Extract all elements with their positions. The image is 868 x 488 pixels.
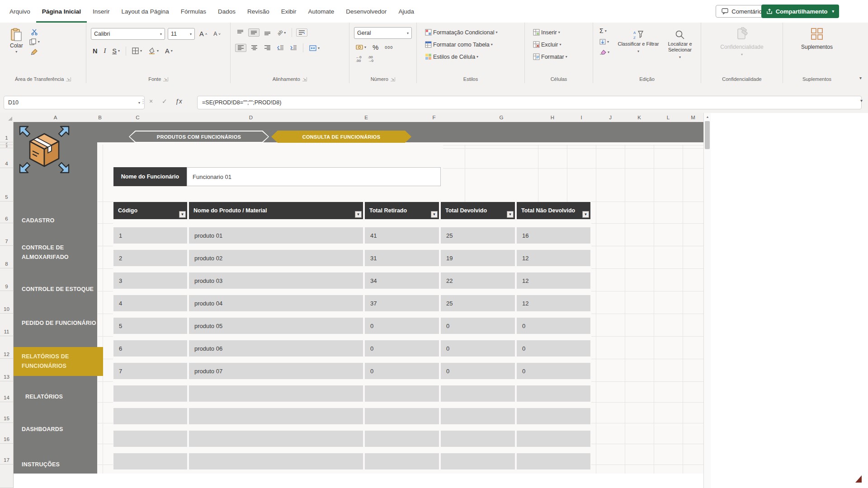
bold-button[interactable]: N [91,47,99,56]
filter-dropdown-icon[interactable]: ▼ [179,211,186,218]
copy-icon[interactable]: ▾ [29,38,40,45]
menu-tab-desenvolvedor[interactable]: Desenvolvedor [340,0,392,23]
paste-button[interactable]: Colar ▾ [6,27,27,55]
borders-icon[interactable]: ▾ [130,47,144,55]
ribbon-button-formatar-como-tabela[interactable]: Formatar como Tabela▾ [423,40,524,49]
row-header-6[interactable]: 6 [0,202,14,223]
table-cell[interactable]: produto 01 [189,227,363,244]
table-cell[interactable]: 25 [441,295,515,311]
font-name-select[interactable]: Calibri▾ [91,28,165,40]
ribbon-button-inserir[interactable]: Inserir▾ [531,28,593,37]
cancel-icon[interactable]: × [149,98,153,105]
table-cell[interactable]: 0 [365,363,439,379]
italic-button[interactable]: I [102,46,108,56]
menu-tab-dados[interactable]: Dados [212,0,241,23]
align-center-icon[interactable] [249,44,259,52]
menu-tab-exibir[interactable]: Exibir [275,0,302,23]
column-header-h[interactable]: H [538,113,567,122]
table-cell[interactable]: 0 [441,318,515,334]
menu-tab-formulas[interactable]: Fórmulas [175,0,212,23]
format-painter-icon[interactable] [29,48,40,55]
addins-button[interactable]: Suplementos [783,23,851,50]
column-header-a[interactable]: A [14,113,98,122]
sidebar-item-dashboards[interactable]: DASHBOARDS [14,423,97,435]
percent-icon[interactable]: % [371,42,380,52]
share-button[interactable]: Compartilhamento ▾ [761,5,839,18]
merge-center-icon[interactable]: ▾ [307,44,321,52]
row-header-8[interactable]: 8 [0,246,14,268]
column-header-g[interactable]: G [465,113,538,122]
align-right-icon[interactable] [262,44,273,52]
table-cell[interactable]: 0 [365,340,439,357]
font-size-select[interactable]: 11▾ [168,28,195,40]
table-cell[interactable]: 0 [517,340,590,357]
find-select-button[interactable]: Localizar e Selecionar ▾ [659,26,701,60]
currency-icon[interactable]: ▾ [354,43,368,51]
sidebar-item-cadastro[interactable]: CADASTRO [14,215,97,226]
sidebar-item-relatorios[interactable]: RELATÓRIOS [14,391,97,403]
row-header-11[interactable]: 11 [0,314,14,336]
ribbon-button-estilos-de-celula[interactable]: Estilos de Célula▾ [423,52,524,61]
filter-dropdown-icon[interactable]: ▼ [431,211,438,218]
menu-tab-ajuda[interactable]: Ajuda [392,0,420,23]
row-header-10[interactable]: 10 [0,291,14,314]
autosum-icon[interactable]: Σ▾ [598,26,618,35]
table-cell[interactable]: 1 [113,227,187,244]
menu-tab-arquivo[interactable]: Arquivo [4,0,36,23]
table-cell[interactable]: 5 [113,318,187,334]
sort-filter-button[interactable]: AZ Classificar e Filtrar ▾ [618,26,659,60]
name-box[interactable]: D10 ▾ [4,96,145,109]
formula-input[interactable]: =SE(PROD!D8="";"";PROD!D8) [197,96,862,109]
decrease-font-icon[interactable]: A˅ [212,30,222,38]
dialog-launcher-icon[interactable]: ↘ [391,77,396,81]
row-header-4[interactable]: 4 [0,148,14,168]
column-header-e[interactable]: E [329,113,404,122]
column-header-j[interactable]: J [596,113,625,122]
table-cell[interactable]: produto 04 [189,295,363,311]
table-cell[interactable]: 12 [517,250,590,266]
column-header-m[interactable]: M [683,113,704,122]
menu-tab-revisao[interactable]: Revisão [241,0,275,23]
row-header-12[interactable]: 12 [0,336,14,359]
fill-color-icon[interactable]: ▾ [146,47,160,55]
table-cell[interactable]: 31 [365,250,439,266]
clear-icon[interactable]: ▾ [598,48,618,56]
number-format-select[interactable]: Geral▾ [354,27,412,39]
decrease-decimal-icon[interactable]: .00→0 [366,55,375,64]
column-header-c[interactable]: C [103,113,173,122]
decrease-indent-icon[interactable] [275,44,286,52]
table-cell[interactable]: 25 [441,227,515,244]
column-header-l[interactable]: L [654,113,683,122]
table-cell[interactable]: 16 [517,227,590,244]
filter-dropdown-icon[interactable]: ▼ [582,211,589,218]
view-tab-produtos-com-funcionarios[interactable]: PRODUTOS COM FUNCIONÁRIOS [129,131,269,143]
column-header-f[interactable]: F [403,113,465,122]
align-left-icon[interactable] [235,44,246,52]
table-cell[interactable]: 0 [517,318,590,334]
menu-tab-inserir[interactable]: Inserir [87,0,116,23]
scrollbar-thumb[interactable] [705,121,710,149]
vertical-scrollbar[interactable]: ▲ [703,113,711,488]
table-cell[interactable]: 12 [517,295,590,311]
menu-tab-layout-da-pagina[interactable]: Layout da Página [116,0,175,23]
dialog-launcher-icon[interactable]: ↘ [302,77,307,81]
increase-font-icon[interactable]: A˄ [198,29,209,38]
thousands-icon[interactable]: 000 [383,44,395,51]
menu-tab-automate[interactable]: Automate [302,0,340,23]
table-cell[interactable]: 19 [441,250,515,266]
table-cell[interactable]: 6 [113,340,187,357]
ribbon-button-formatar[interactable]: Formatar▾ [531,52,593,61]
row-header-9[interactable]: 9 [0,268,14,291]
table-cell[interactable]: 4 [113,295,187,311]
row-header-1[interactable]: 1 [0,122,14,142]
row-header-3[interactable]: 3 [0,145,14,148]
view-tab-consulta-de-funcionarios[interactable]: CONSULTA DE FUNCIONÁRIOS [271,131,411,143]
row-header-15[interactable]: 15 [0,402,14,423]
column-header-k[interactable]: K [625,113,654,122]
dialog-launcher-icon[interactable]: ↘ [163,77,168,81]
sidebar-item-controle-de-estoque[interactable]: CONTROLE DE ESTOQUE [14,283,97,295]
align-top-icon[interactable] [235,29,245,36]
row-header-14[interactable]: 14 [0,381,14,402]
row-header-16[interactable]: 16 [0,423,14,444]
sidebar-item-relatorios-de-funcionarios[interactable]: RELATÓRIOS DE FUNCIONÁRIOS [14,347,103,376]
